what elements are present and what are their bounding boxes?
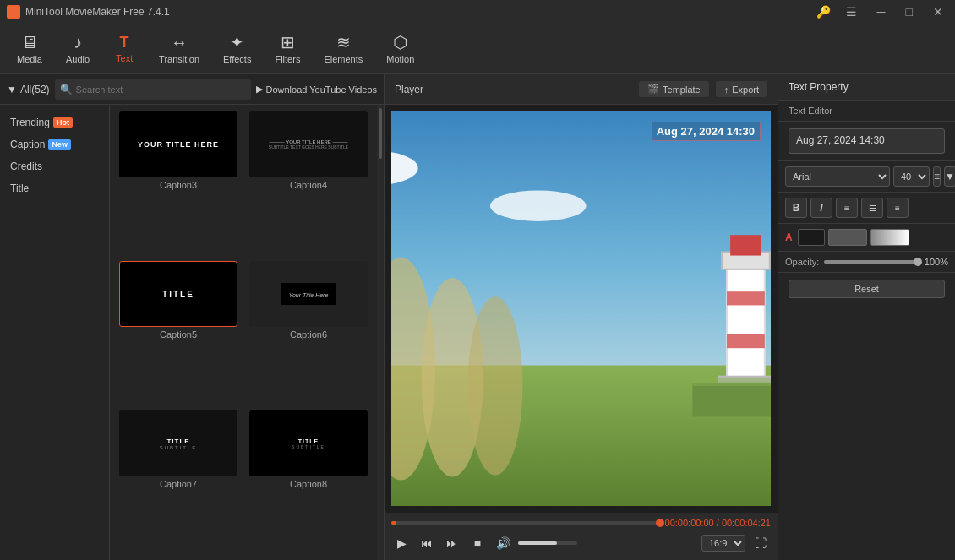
template-btn[interactable]: 🎬 Template <box>639 81 709 97</box>
scroll-handle[interactable] <box>377 105 384 560</box>
next-frame-btn[interactable]: ⏭ <box>442 533 462 553</box>
title-label: Title <box>10 182 29 194</box>
time-current: 00:00:00:00 <box>665 518 714 528</box>
caption4-thumb: ——— YOUR TITLE HERE ———SUBTITLE TEXT GOE… <box>249 111 368 177</box>
maximize-btn[interactable]: □ <box>901 3 918 20</box>
toolbar-elements[interactable]: ≋ Elements <box>314 29 373 69</box>
close-btn[interactable]: ✕ <box>928 3 948 20</box>
toolbar-filters[interactable]: ⊞ Filters <box>265 29 310 69</box>
stop-btn[interactable]: ■ <box>467 533 488 553</box>
right-panel-title: Text Property <box>778 74 955 101</box>
shadow-color-swatch[interactable] <box>870 229 909 246</box>
player-header: Player 🎬 Template ↑ Export <box>385 74 778 105</box>
time-total: 00:00:04:21 <box>722 518 771 528</box>
search-box[interactable]: 🔍 <box>55 79 251 100</box>
list-style-btn2[interactable]: ▼ <box>944 166 955 187</box>
fullscreen-btn[interactable]: ⛶ <box>750 533 771 553</box>
category-caption[interactable]: Caption New <box>0 133 109 155</box>
caption-badge: New <box>48 139 71 150</box>
template-caption8[interactable]: TITLE SUBTITLE Caption8 <box>247 410 370 553</box>
export-btn[interactable]: ↑ Export <box>716 81 767 97</box>
svg-rect-18 <box>692 383 771 417</box>
aspect-select[interactable]: 16:9 4:3 1:1 9:16 <box>701 535 745 552</box>
panel-top-bar: ▼ All(52) 🔍 ▶ Download YouTube Videos <box>0 74 384 105</box>
player-buttons: 🎬 Template ↑ Export <box>639 81 767 97</box>
caption8-thumb: TITLE SUBTITLE <box>249 410 368 476</box>
category-credits[interactable]: Credits <box>0 155 109 177</box>
search-input[interactable] <box>76 84 246 95</box>
text-overlay[interactable]: Aug 27, 2024 14:30 <box>651 122 761 141</box>
align-left-btn[interactable]: ≡ <box>836 198 858 218</box>
text-preview-box[interactable]: Aug 27, 2024 14:30 <box>789 128 945 154</box>
scroll-thumb <box>379 108 382 159</box>
menu-btn[interactable]: ☰ <box>841 3 862 20</box>
toolbar-text[interactable]: T Text <box>103 30 145 68</box>
template-caption7[interactable]: TITLE SUBTITLE Caption7 <box>117 410 240 553</box>
toolbar-transition[interactable]: ↔ Transition <box>149 29 210 69</box>
opacity-label: Opacity: <box>785 257 819 267</box>
center-panel: Player 🎬 Template ↑ Export <box>385 74 778 560</box>
minimize-btn[interactable]: ─ <box>872 3 891 20</box>
caption3-label: Caption3 <box>160 180 197 190</box>
media-icon: 🖥 <box>21 34 38 51</box>
volume-track[interactable] <box>518 541 577 545</box>
opacity-dot <box>914 258 922 266</box>
align-right-btn[interactable]: ≡ <box>887 198 909 218</box>
export-btn-label: Export <box>732 84 759 95</box>
color-a-label: A <box>785 231 793 243</box>
svg-rect-19 <box>692 378 771 386</box>
toolbar-media-label: Media <box>17 54 42 64</box>
caption6-inner: Your Title Here <box>281 283 337 305</box>
caption7-text: TITLE <box>160 438 198 445</box>
svg-point-11 <box>467 296 522 475</box>
list-style-btn[interactable]: ≡ <box>933 166 941 187</box>
italic-btn[interactable]: I <box>810 198 832 218</box>
bold-btn[interactable]: B <box>785 198 807 218</box>
toolbar-audio-label: Audio <box>66 54 90 64</box>
toolbar-effects-label: Effects <box>223 54 251 64</box>
toolbar-motion[interactable]: ⬡ Motion <box>376 29 424 69</box>
category-trending[interactable]: Trending Hot <box>0 111 109 133</box>
template-caption5[interactable]: TITLE Caption5 <box>117 261 240 404</box>
progress-track[interactable] <box>391 521 660 525</box>
trending-label: Trending <box>10 117 50 128</box>
toolbar-audio[interactable]: ♪ Audio <box>56 29 100 69</box>
opacity-track[interactable] <box>824 260 918 264</box>
opacity-row: Opacity: 100% <box>778 252 955 273</box>
toolbar-motion-label: Motion <box>386 54 414 64</box>
trending-badge: Hot <box>53 117 73 128</box>
category-title[interactable]: Title <box>0 177 109 199</box>
toolbar-effects[interactable]: ✦ Effects <box>213 29 261 69</box>
caption7-inner: TITLE SUBTITLE <box>160 438 198 450</box>
right-panel: Text Property Text Editor Aug 27, 2024 1… <box>778 74 955 560</box>
toolbar-elements-label: Elements <box>324 54 363 64</box>
all-filter[interactable]: ▼ All(52) <box>7 84 50 95</box>
caption7-thumb: TITLE SUBTITLE <box>119 410 237 476</box>
volume-btn[interactable]: 🔊 <box>493 533 513 553</box>
font-select[interactable]: Arial Times New Roman Verdana <box>785 166 890 187</box>
controls-row: ▶ ⏮ ⏭ ■ 🔊 16:9 4:3 1:1 9:16 ⛶ <box>391 530 771 557</box>
all-label: All(52) <box>20 84 50 95</box>
app-title: MiniTool MovieMaker Free 7.4.1 <box>25 6 170 18</box>
template-caption6[interactable]: Your Title Here Caption6 <box>247 261 370 404</box>
play-btn[interactable]: ▶ <box>391 533 412 553</box>
yt-download-btn[interactable]: ▶ Download YouTube Videos <box>256 84 378 95</box>
left-panel: ▼ All(52) 🔍 ▶ Download YouTube Videos Tr… <box>0 74 385 560</box>
outline-color-swatch[interactable] <box>828 229 867 246</box>
caption6-label: Caption6 <box>290 329 327 340</box>
template-caption3[interactable]: YOUR TITLE HERE Caption3 <box>117 111 240 254</box>
align-center-btn[interactable]: ☰ <box>861 198 883 218</box>
text-color-swatch[interactable] <box>798 229 825 246</box>
caption8-text: TITLE <box>292 438 325 444</box>
transition-icon: ↔ <box>171 34 188 51</box>
svg-rect-16 <box>730 235 761 255</box>
title-bar: MiniTool MovieMaker Free 7.4.1 🔑 ☰ ─ □ ✕ <box>0 0 955 24</box>
caption6-thumb: Your Title Here <box>249 261 368 327</box>
reset-btn[interactable]: Reset <box>789 280 945 298</box>
prev-frame-btn[interactable]: ⏮ <box>417 533 437 553</box>
elements-icon: ≋ <box>336 34 351 51</box>
toolbar-media[interactable]: 🖥 Media <box>7 29 52 69</box>
title-bar-left: MiniTool MovieMaker Free 7.4.1 <box>7 5 170 19</box>
template-caption4[interactable]: ——— YOUR TITLE HERE ———SUBTITLE TEXT GOE… <box>247 111 370 254</box>
size-select[interactable]: 40 12 14 18 24 32 48 64 <box>893 166 930 187</box>
